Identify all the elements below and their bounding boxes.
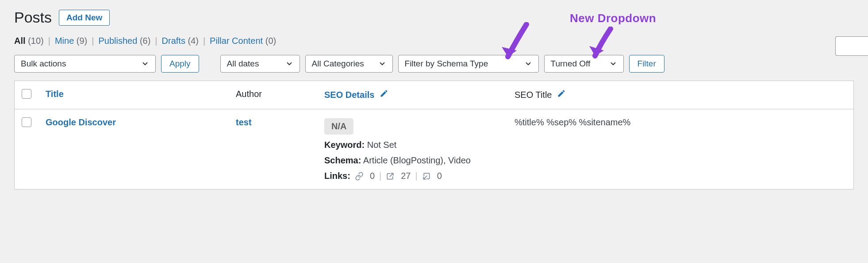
turned-off-select[interactable]: Turned Off	[544, 55, 624, 73]
views-filter-bar: All (10) | Mine (9) | Published (6) | Dr…	[14, 36, 854, 46]
view-pillar-count: (0)	[265, 36, 276, 46]
links-internal-count: 0	[370, 171, 375, 181]
chevron-down-icon	[141, 60, 149, 68]
search-input-partial[interactable]	[835, 36, 868, 56]
separator: |	[92, 36, 94, 46]
apply-button[interactable]: Apply	[161, 55, 199, 73]
seo-title-value: %title% %sep% %sitename%	[515, 117, 630, 127]
column-seo-title: SEO Title	[515, 90, 552, 100]
add-new-button[interactable]: Add New	[59, 10, 110, 26]
posts-table: Title Author SEO Details SEO Title Googl…	[14, 81, 854, 190]
categories-select[interactable]: All Categories	[305, 55, 393, 73]
view-mine-count: (9)	[77, 36, 87, 46]
external-link-icon	[386, 172, 395, 181]
view-published[interactable]: Published	[98, 36, 137, 46]
links-label: Links:	[324, 171, 350, 181]
annotation-label: New Dropdown	[570, 12, 656, 25]
column-author: Author	[236, 89, 262, 99]
column-seo-details[interactable]: SEO Details	[324, 90, 374, 100]
link-icon	[355, 172, 364, 181]
view-all-count: (10)	[28, 36, 44, 46]
page-title: Posts	[14, 9, 52, 26]
chevron-down-icon	[609, 60, 617, 68]
post-title-link[interactable]: Google Discover	[46, 117, 116, 127]
dates-select[interactable]: All dates	[220, 55, 300, 73]
incoming-link-icon	[422, 172, 431, 181]
schema-value: Article (BlogPosting), Video	[363, 155, 471, 165]
chevron-down-icon	[378, 60, 386, 68]
chevron-down-icon	[285, 60, 293, 68]
bulk-actions-label: Bulk actions	[21, 59, 66, 69]
view-published-count: (6)	[140, 36, 150, 46]
separator: |	[155, 36, 157, 46]
separator: |	[203, 36, 205, 46]
view-mine[interactable]: Mine	[55, 36, 74, 46]
pencil-icon[interactable]	[557, 89, 566, 98]
turned-off-label: Turned Off	[551, 59, 591, 69]
keyword-label: Keyword:	[324, 140, 365, 150]
view-drafts[interactable]: Drafts	[162, 36, 185, 46]
categories-label: All Categories	[312, 59, 364, 69]
separator: |	[48, 36, 50, 46]
schema-type-select[interactable]: Filter by Schema Type	[398, 55, 539, 73]
table-row: Google Discover test N/A Keyword: Not Se…	[15, 109, 854, 190]
row-checkbox[interactable]	[22, 117, 31, 127]
schema-label: Schema:	[324, 155, 361, 165]
filter-button[interactable]: Filter	[629, 55, 664, 73]
view-all[interactable]: All	[14, 36, 26, 46]
select-all-checkbox[interactable]	[22, 89, 31, 99]
seo-score-badge: N/A	[324, 118, 353, 135]
links-external-count: 27	[401, 171, 411, 181]
links-incoming-count: 0	[437, 171, 442, 181]
schema-type-label: Filter by Schema Type	[405, 59, 488, 69]
keyword-value: Not Set	[367, 140, 397, 150]
separator: |	[379, 171, 381, 181]
bulk-actions-select[interactable]: Bulk actions	[14, 55, 156, 73]
view-drafts-count: (4)	[188, 36, 198, 46]
dates-label: All dates	[227, 59, 259, 69]
view-pillar-content[interactable]: Pillar Content	[210, 36, 263, 46]
separator: |	[415, 171, 417, 181]
pencil-icon[interactable]	[380, 89, 388, 98]
column-title[interactable]: Title	[46, 89, 64, 99]
filter-row: Bulk actions Apply All dates All Categor…	[14, 55, 854, 73]
author-link[interactable]: test	[236, 117, 252, 127]
chevron-down-icon	[524, 60, 532, 68]
